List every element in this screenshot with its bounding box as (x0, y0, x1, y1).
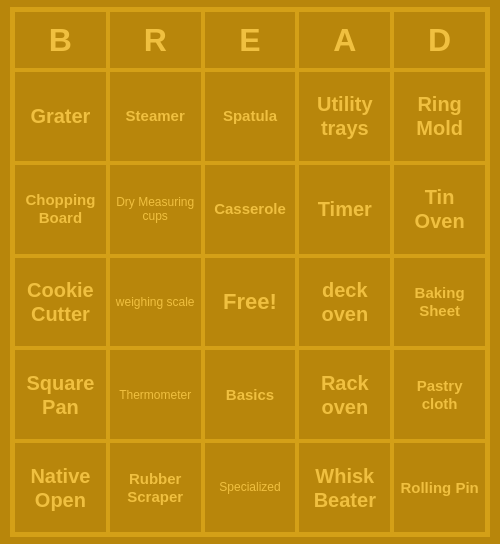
cell-11[interactable]: weighing scale (108, 256, 203, 349)
cell-9[interactable]: Tin Oven (392, 163, 487, 256)
cell-10[interactable]: Cookie Cutter (13, 256, 108, 349)
cell-4[interactable]: Ring Mold (392, 70, 487, 163)
header-r: R (108, 10, 203, 70)
cell-6[interactable]: Dry Measuring cups (108, 163, 203, 256)
cell-15[interactable]: Square Pan (13, 348, 108, 441)
cell-18[interactable]: Rack oven (297, 348, 392, 441)
cell-13[interactable]: deck oven (297, 256, 392, 349)
cell-8[interactable]: Timer (297, 163, 392, 256)
bingo-grid: GraterSteamerSpatulaUtility traysRing Mo… (13, 70, 487, 534)
cell-19[interactable]: Pastry cloth (392, 348, 487, 441)
cell-17[interactable]: Basics (203, 348, 298, 441)
cell-14[interactable]: Baking Sheet (392, 256, 487, 349)
cell-24[interactable]: Rolling Pin (392, 441, 487, 534)
cell-22[interactable]: Specialized (203, 441, 298, 534)
bingo-card: B R E A D GraterSteamerSpatulaUtility tr… (10, 7, 490, 537)
cell-0[interactable]: Grater (13, 70, 108, 163)
header-row: B R E A D (13, 10, 487, 70)
cell-2[interactable]: Spatula (203, 70, 298, 163)
header-d: D (392, 10, 487, 70)
header-a: A (297, 10, 392, 70)
cell-20[interactable]: Native Open (13, 441, 108, 534)
cell-7[interactable]: Casserole (203, 163, 298, 256)
cell-3[interactable]: Utility trays (297, 70, 392, 163)
cell-23[interactable]: Whisk Beater (297, 441, 392, 534)
header-b: B (13, 10, 108, 70)
cell-5[interactable]: Chopping Board (13, 163, 108, 256)
cell-1[interactable]: Steamer (108, 70, 203, 163)
header-e: E (203, 10, 298, 70)
cell-16[interactable]: Thermometer (108, 348, 203, 441)
cell-21[interactable]: Rubber Scraper (108, 441, 203, 534)
cell-12[interactable]: Free! (203, 256, 298, 349)
